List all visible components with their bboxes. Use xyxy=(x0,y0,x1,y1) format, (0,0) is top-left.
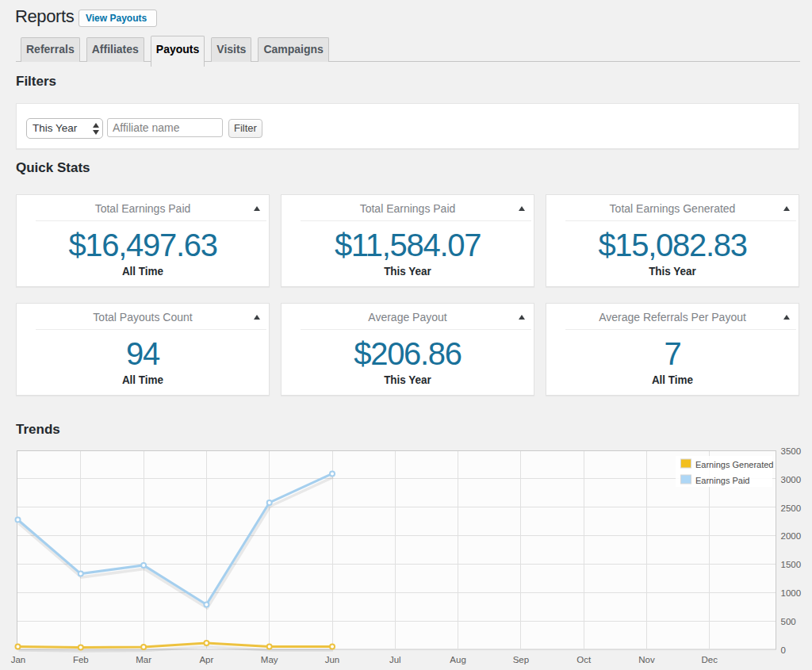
svg-text:Nov: Nov xyxy=(638,655,655,664)
svg-text:Jun: Jun xyxy=(325,655,340,664)
svg-text:Earnings Generated: Earnings Generated xyxy=(695,460,773,469)
svg-text:2000: 2000 xyxy=(781,531,802,541)
svg-text:1500: 1500 xyxy=(781,560,802,569)
svg-text:Apr: Apr xyxy=(199,655,213,664)
svg-text:Jul: Jul xyxy=(389,655,401,664)
svg-text:May: May xyxy=(261,655,278,664)
svg-text:3000: 3000 xyxy=(781,475,802,484)
svg-text:Jan: Jan xyxy=(11,655,26,664)
svg-text:Sep: Sep xyxy=(513,655,529,664)
svg-text:Oct: Oct xyxy=(576,655,592,664)
svg-text:Earnings Paid: Earnings Paid xyxy=(695,476,750,485)
svg-text:3500: 3500 xyxy=(781,446,802,456)
svg-text:Aug: Aug xyxy=(450,655,465,664)
svg-text:500: 500 xyxy=(781,617,796,626)
svg-text:1000: 1000 xyxy=(781,588,802,598)
svg-text:Feb: Feb xyxy=(73,655,89,664)
svg-text:Mar: Mar xyxy=(136,655,151,664)
svg-text:Dec: Dec xyxy=(702,655,718,664)
svg-text:2500: 2500 xyxy=(781,503,802,513)
svg-text:0: 0 xyxy=(781,645,786,655)
